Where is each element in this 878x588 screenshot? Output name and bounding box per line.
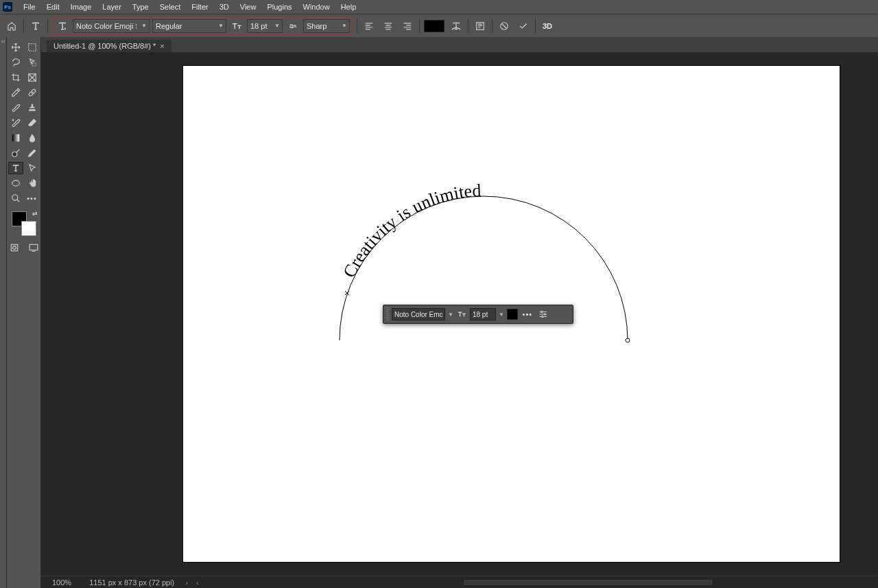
menu-plugins[interactable]: Plugins	[261, 0, 297, 14]
menu-edit[interactable]: Edit	[41, 0, 65, 14]
svg-point-7	[12, 152, 16, 156]
healing-tool-icon[interactable]	[25, 86, 40, 99]
zoom-level[interactable]: 100%	[41, 578, 82, 587]
cancel-icon[interactable]	[497, 19, 512, 34]
settings-icon[interactable]	[537, 307, 549, 322]
chevron-left-icon: ‹‹	[1, 38, 5, 45]
menu-select[interactable]: Select	[154, 0, 187, 14]
3d-icon[interactable]: 3D	[540, 19, 555, 34]
document-tab[interactable]: Untitled-1 @ 100% (RGB/8#) * ×	[47, 40, 171, 52]
close-icon[interactable]: ×	[160, 42, 164, 50]
align-right-icon[interactable]	[400, 19, 415, 34]
menu-file[interactable]: File	[18, 0, 41, 14]
align-center-icon[interactable]	[381, 19, 396, 34]
font-family-dropdown[interactable]: ▼	[73, 19, 150, 33]
float-color-swatch[interactable]	[507, 309, 518, 320]
marquee-tool-icon[interactable]	[25, 41, 40, 54]
canvas-viewport[interactable]: Creativity is unlimited ▼ ▼ •••	[41, 52, 878, 576]
font-style-dropdown[interactable]: ▼	[152, 19, 226, 33]
svg-rect-0	[477, 22, 484, 30]
menu-image[interactable]: Image	[65, 0, 97, 14]
font-size-input[interactable]	[248, 22, 272, 30]
drag-handle-icon[interactable]	[386, 307, 389, 321]
chevron-down-icon[interactable]: ▼	[139, 23, 149, 29]
svg-point-17	[542, 316, 543, 317]
antialias-input[interactable]	[304, 22, 340, 30]
gradient-tool-icon[interactable]	[8, 132, 23, 144]
type-tool-indicator-icon	[28, 19, 43, 34]
float-font-size-input[interactable]	[470, 308, 496, 320]
chevron-down-icon[interactable]: ▼	[499, 311, 504, 318]
antialias-dropdown[interactable]: ▼	[303, 19, 350, 33]
chevron-down-icon[interactable]: ▼	[448, 311, 453, 318]
font-size-dropdown[interactable]: ▼	[247, 19, 283, 33]
menu-layer[interactable]: Layer	[97, 0, 127, 14]
history-brush-tool-icon[interactable]	[8, 117, 23, 129]
stamp-tool-icon[interactable]	[25, 102, 40, 114]
menubar: Ps File Edit Image Layer Type Select Fil…	[0, 0, 878, 14]
warp-text-icon[interactable]	[449, 19, 464, 34]
chevron-down-icon[interactable]: ▼	[340, 23, 349, 29]
lasso-tool-icon[interactable]	[8, 56, 23, 69]
path-select-tool-icon[interactable]	[25, 162, 40, 174]
crop-tool-icon[interactable]	[8, 71, 23, 84]
commit-icon[interactable]	[516, 19, 531, 34]
canvas-area: Untitled-1 @ 100% (RGB/8#) * × Creativit…	[41, 37, 878, 588]
chevron-down-icon[interactable]: ▼	[272, 23, 282, 29]
quick-select-tool-icon[interactable]	[25, 56, 40, 69]
blur-tool-icon[interactable]	[25, 132, 40, 144]
foreground-background-colors[interactable]: ⇄	[12, 211, 36, 236]
chevron-right-icon[interactable]: ›	[181, 578, 192, 587]
svg-point-1	[501, 22, 508, 30]
menu-window[interactable]: Window	[298, 0, 335, 14]
swap-colors-icon[interactable]: ⇄	[32, 210, 38, 217]
status-bar: 100% 1151 px x 873 px (72 ppi) › ‹	[41, 576, 878, 588]
screen-mode-icon[interactable]	[26, 242, 41, 254]
svg-rect-10	[11, 244, 17, 250]
chevron-left-icon[interactable]: ‹	[192, 578, 203, 587]
move-tool-icon[interactable]	[8, 41, 23, 54]
horizontal-scrollbar[interactable]	[463, 579, 713, 586]
contextual-type-panel[interactable]: ▼ ▼ •••	[383, 305, 573, 324]
menu-type[interactable]: Type	[127, 0, 154, 14]
standard-mode-icon[interactable]	[7, 242, 22, 254]
background-color[interactable]	[21, 221, 36, 236]
menu-view[interactable]: View	[235, 0, 262, 14]
menu-help[interactable]: Help	[335, 0, 362, 14]
type-tool-icon[interactable]	[8, 162, 23, 174]
svg-point-16	[544, 314, 545, 315]
eyedropper-tool-icon[interactable]	[8, 86, 23, 99]
svg-point-11	[12, 246, 16, 250]
font-family-input[interactable]	[73, 22, 139, 30]
document-tabs: Untitled-1 @ 100% (RGB/8#) * ×	[41, 37, 878, 52]
menu-filter[interactable]: Filter	[186, 0, 213, 14]
text-options-group: ▼ ▼ ▼ aa ▼	[52, 17, 353, 35]
frame-tool-icon[interactable]	[25, 71, 40, 84]
zoom-tool-icon[interactable]	[8, 192, 23, 204]
app-icon: Ps	[3, 2, 12, 12]
panel-collapse-strip[interactable]: ‹‹	[0, 37, 7, 588]
document-dimensions[interactable]: 1151 px x 873 px (72 ppi)	[82, 578, 181, 587]
brush-tool-icon[interactable]	[8, 102, 23, 114]
pen-tool-icon[interactable]	[25, 147, 40, 159]
align-left-icon[interactable]	[361, 19, 377, 34]
float-font-family-input[interactable]	[392, 308, 445, 320]
document-tab-label: Untitled-1 @ 100% (RGB/8#) *	[54, 42, 156, 50]
home-icon[interactable]	[4, 19, 19, 34]
shape-tool-icon[interactable]	[8, 177, 23, 189]
svg-rect-2	[28, 44, 36, 51]
font-style-input[interactable]	[153, 22, 216, 30]
character-panel-icon[interactable]	[473, 19, 488, 34]
more-options-icon[interactable]: •••	[521, 307, 534, 322]
menu-3d[interactable]: 3D	[214, 0, 235, 14]
svg-rect-6	[12, 134, 19, 142]
font-size-icon	[229, 19, 244, 34]
chevron-down-icon[interactable]: ▼	[216, 23, 226, 29]
dodge-tool-icon[interactable]	[8, 147, 23, 159]
hand-tool-icon[interactable]	[25, 177, 40, 189]
text-orientation-icon[interactable]	[55, 19, 70, 34]
eraser-tool-icon[interactable]	[25, 117, 40, 129]
svg-point-8	[12, 180, 19, 186]
text-color-swatch[interactable]	[424, 20, 444, 32]
edit-toolbar-icon[interactable]: •••	[25, 192, 40, 204]
